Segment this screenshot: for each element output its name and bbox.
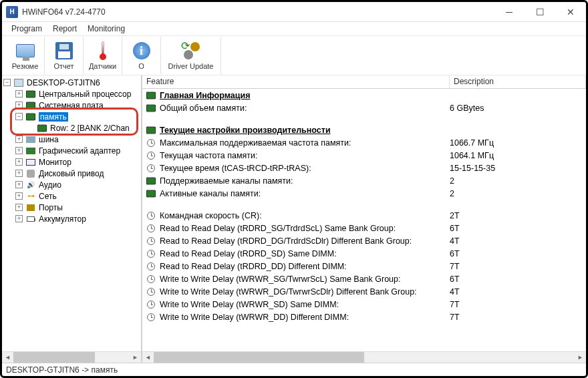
menu-report[interactable]: Report (47, 23, 82, 35)
window-title: HWiNFO64 v7.24-4770 (22, 7, 106, 17)
sensors-button[interactable]: Датчики (84, 37, 122, 74)
info-icon: i (132, 41, 152, 61)
scroll-left-icon[interactable]: ◄ (2, 352, 13, 363)
resume-button[interactable]: Резюме (6, 37, 45, 74)
section-general: Главная Информация (142, 89, 586, 102)
col-feature[interactable]: Feature (142, 75, 450, 88)
row-max-freq[interactable]: Максимальная поддерживаемая частота памя… (142, 136, 586, 149)
tree-hscrollbar[interactable]: ◄ ► (2, 351, 141, 363)
row-rdrd-sd[interactable]: Read to Read Delay (tRDRD_SD) Same DIMM:… (142, 247, 586, 260)
details-header[interactable]: Feature Description (142, 75, 586, 89)
tree-memory-row[interactable]: Row: 2 [BANK 2/Chan (3, 122, 141, 134)
details-hscrollbar[interactable]: ◄ ► (142, 351, 586, 363)
row-wrwr-dg[interactable]: Write to Write Delay (tWRWR_DG/TwrwrScDl… (142, 285, 586, 298)
app-icon: H (6, 6, 18, 18)
row-channels-sup[interactable]: Поддерживаемые каналы памяти:2 (142, 174, 586, 187)
tree-battery[interactable]: +Аккумулятор (3, 213, 141, 224)
driver-update-button[interactable]: ⟳ Driver Update (161, 37, 221, 74)
col-description[interactable]: Description (450, 75, 586, 88)
network-icon: ⊶ (25, 192, 36, 201)
scroll-right-icon[interactable]: ► (130, 352, 141, 363)
row-timing[interactable]: Текущее время (tCAS-tRCD-tRP-tRAS):15-15… (142, 162, 586, 174)
close-button[interactable]: ✕ (555, 2, 586, 22)
tree-memory[interactable]: −память (3, 111, 141, 122)
tree-ports[interactable]: +Порты (3, 202, 141, 213)
row-cr[interactable]: Командная скорость (CR):2T (142, 209, 586, 222)
menu-program[interactable]: Program (6, 23, 47, 35)
row-rdrd-dd[interactable]: Read to Read Delay (tRDRD_DD) Different … (142, 260, 586, 272)
floppy-icon (54, 41, 74, 61)
maximize-button[interactable]: ☐ (525, 2, 555, 22)
status-path: DESKTOP-GTJITN6 -> память (6, 365, 118, 375)
row-rdrd-dg[interactable]: Read to Read Delay (tRDRD_DG/TrdrdScDlr)… (142, 234, 586, 247)
monitor-icon (15, 41, 35, 61)
tree-root[interactable]: −DESKTOP-GTJITN6 (3, 77, 141, 88)
tree-bus[interactable]: +шина (3, 134, 141, 145)
row-wrwr-dd[interactable]: Write to Write Delay (tWRWR_DD) Differen… (142, 311, 586, 323)
title-bar: H HWiNFO64 v7.24-4770 ─ ☐ ✕ (2, 2, 586, 22)
row-rdrd-sg[interactable]: Read to Read Delay (tRDRD_SG/TrdrdScL) S… (142, 222, 586, 234)
thermometer-icon (93, 41, 113, 61)
tree-gpu[interactable]: +Графический адаптер (3, 145, 141, 156)
tree-network[interactable]: +⊶Сеть (3, 190, 141, 202)
tree-cpu[interactable]: +Центральный процессор (3, 88, 141, 100)
driver-update-icon: ⟳ (181, 41, 201, 61)
tree-audio[interactable]: +🔊Аудио (3, 179, 141, 190)
minimize-button[interactable]: ─ (494, 2, 525, 22)
scroll-right-icon[interactable]: ► (575, 352, 586, 363)
about-button[interactable]: i О (122, 37, 161, 74)
device-tree[interactable]: −DESKTOP-GTJITN6 +Центральный процессор … (2, 75, 142, 363)
row-wrwr-sd[interactable]: Write to Write Delay (tWRWR_SD) Same DIM… (142, 298, 586, 311)
speaker-icon: 🔊 (25, 180, 36, 190)
tree-drive[interactable]: +Дисковый привод (3, 168, 141, 179)
row-wrwr-sg[interactable]: Write to Write Delay (tWRWR_SG/TwrwrScL)… (142, 272, 586, 285)
row-total-memory[interactable]: Общий объем памяти:6 GBytes (142, 102, 586, 114)
scroll-left-icon[interactable]: ◄ (142, 352, 154, 363)
menu-bar: Program Report Monitoring (2, 22, 586, 35)
row-cur-freq[interactable]: Текущая частота памяти:1064.1 МГц (142, 149, 586, 162)
toolbar: Резюме Отчет Датчики i О ⟳ Driver Update (2, 35, 586, 75)
status-bar: DESKTOP-GTJITN6 -> память (2, 363, 586, 376)
tree-monitor[interactable]: +Монитор (3, 156, 141, 168)
details-panel: Feature Description Главная Информация О… (142, 75, 586, 363)
tree-motherboard[interactable]: +Системная плата (3, 100, 141, 111)
section-performance: Текущие настройки производительности (142, 124, 586, 136)
row-channels-act[interactable]: Активные каналы памяти:2 (142, 187, 586, 200)
menu-monitoring[interactable]: Monitoring (82, 23, 130, 35)
report-button[interactable]: Отчет (45, 37, 84, 74)
